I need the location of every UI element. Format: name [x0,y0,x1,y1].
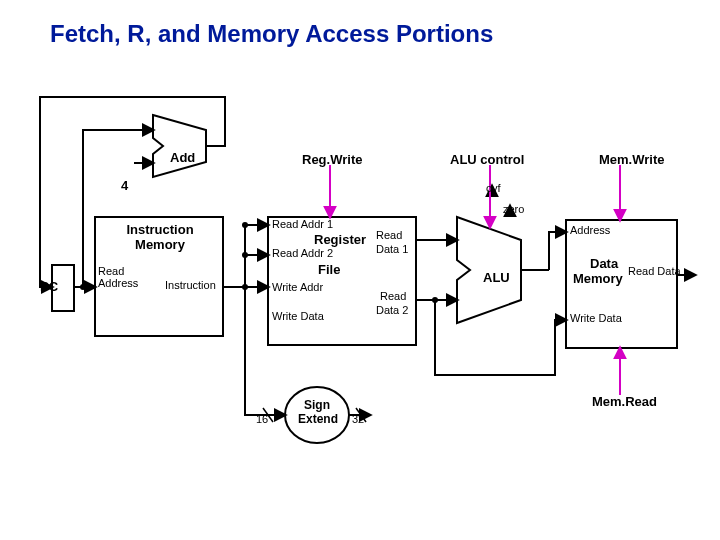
rf-title-2: File [318,262,340,277]
dm-address: Address [570,224,610,236]
rf-data1: Data 1 [376,243,408,255]
dm-read-data: Read Data [628,265,681,277]
zero-label: zero [503,203,524,215]
dm-title-1: Data [590,256,618,271]
rf-write-addr: Write Addr [272,281,323,293]
signext-line2: Extend [298,412,338,426]
dm-title-2: Memory [573,271,623,286]
add-label: Add [170,150,195,165]
svg-point-7 [242,222,248,228]
rf-read2-l1: Read [380,290,406,302]
imem-read-addr: Read Address [98,265,138,289]
signext-32: 32 [352,413,364,425]
rf-write-data: Write Data [272,310,324,322]
imem-instruction-out: Instruction [165,279,216,291]
adder-block [153,115,206,177]
alu-label: ALU [483,270,510,285]
imem-title-1: Instruction [115,222,205,237]
rf-read: Read [376,229,402,241]
rf-read2-l2: Data 2 [376,304,408,316]
memwrite-label: Mem.Write [599,152,665,167]
dm-write-data: Write Data [570,312,622,324]
imem-title-2: Memory [115,237,205,252]
rf-title-1: Register [314,232,366,247]
const-4-label: 4 [121,178,128,193]
alu-control-label: ALU control [450,152,524,167]
signext-line1: Sign [304,398,330,412]
regwrite-label: Reg.Write [302,152,362,167]
signext-16: 16 [256,413,268,425]
svg-point-6 [242,252,248,258]
ovf-label: ovf [486,182,501,194]
pc-label: PC [40,279,58,294]
memread-label: Mem.Read [592,394,657,409]
rf-read-addr1: Read Addr 1 [272,218,333,230]
rf-read-addr2: Read Addr 2 [272,247,333,259]
